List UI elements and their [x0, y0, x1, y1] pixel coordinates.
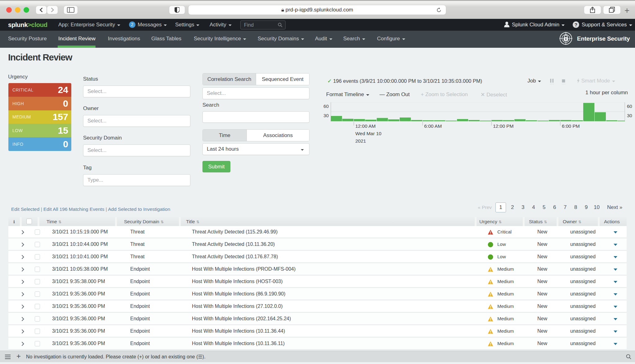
svg-text:2021: 2021 [355, 138, 366, 144]
svg-text:6:00 PM: 6:00 PM [562, 123, 580, 129]
svg-text:12:00 AM: 12:00 AM [355, 123, 376, 129]
svg-text:60: 60 [627, 104, 632, 109]
svg-text:30: 30 [323, 113, 329, 118]
svg-text:30: 30 [627, 113, 632, 118]
svg-text:60: 60 [323, 104, 329, 109]
svg-text:Wed Mar 10: Wed Mar 10 [355, 131, 382, 136]
svg-text:6:00 AM: 6:00 AM [424, 123, 442, 129]
svg-text:12:00 PM: 12:00 PM [493, 123, 513, 129]
